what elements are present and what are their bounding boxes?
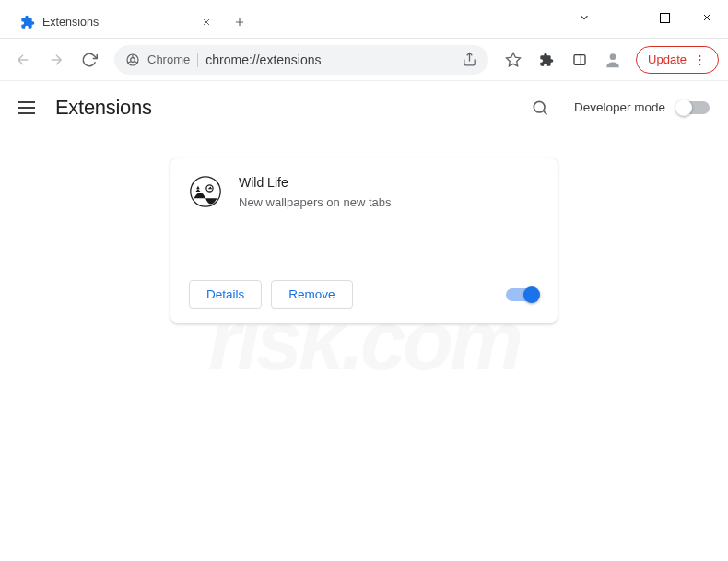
origin-label: Chrome [147, 53, 190, 66]
extension-description: New wallpapers on new tabs [239, 195, 391, 209]
window-controls [568, 0, 728, 35]
bookmark-icon[interactable] [499, 46, 527, 74]
svg-point-6 [534, 101, 545, 112]
divider [197, 53, 198, 67]
forward-button[interactable] [42, 46, 70, 74]
browser-toolbar: Chrome chrome://extensions Update ⋮ [0, 39, 728, 81]
share-icon[interactable] [462, 52, 477, 67]
svg-point-3 [131, 57, 135, 62]
svg-rect-1 [660, 13, 669, 22]
remove-button[interactable]: Remove [271, 280, 352, 309]
back-button[interactable] [9, 46, 37, 74]
update-button[interactable]: Update ⋮ [636, 46, 719, 74]
browser-tab[interactable]: Extensions [9, 6, 221, 38]
developer-mode-toggle[interactable] [676, 101, 710, 114]
extension-name: Wild Life [239, 175, 391, 190]
page-title: Extensions [55, 96, 152, 120]
extension-enable-toggle[interactable] [506, 288, 539, 301]
menu-dots-icon: ⋮ [694, 53, 707, 66]
developer-mode-label: Developer mode [574, 100, 665, 114]
maximize-button[interactable] [643, 0, 686, 35]
details-button[interactable]: Details [189, 280, 262, 309]
minimize-button[interactable] [601, 0, 643, 35]
svg-point-7 [191, 177, 220, 206]
svg-rect-0 [617, 18, 628, 18]
side-panel-icon[interactable] [566, 46, 593, 74]
new-tab-button[interactable] [227, 9, 252, 35]
url-text: chrome://extensions [205, 53, 454, 67]
close-tab-icon[interactable] [201, 17, 212, 28]
reload-button[interactable] [76, 46, 103, 74]
address-bar[interactable]: Chrome chrome://extensions [114, 45, 488, 75]
puzzle-icon [20, 15, 35, 29]
tab-title: Extensions [42, 16, 194, 29]
developer-mode: Developer mode [574, 100, 710, 114]
extension-card: Wild Life New wallpapers on new tabs Det… [170, 158, 558, 323]
page-header: Extensions Developer mode [0, 81, 728, 134]
profile-icon[interactable] [599, 46, 627, 74]
svg-rect-4 [574, 54, 585, 64]
tab-search-icon[interactable] [568, 0, 601, 35]
search-icon[interactable] [526, 94, 554, 122]
update-label: Update [648, 53, 687, 66]
window-titlebar: Extensions [0, 0, 728, 39]
menu-icon[interactable] [18, 101, 35, 114]
extensions-icon[interactable] [533, 46, 560, 74]
chrome-origin-icon [125, 53, 140, 67]
svg-point-5 [610, 53, 616, 60]
extension-icon [189, 175, 222, 208]
page-content: Wild Life New wallpapers on new tabs Det… [0, 134, 728, 347]
close-window-button[interactable] [686, 0, 728, 35]
